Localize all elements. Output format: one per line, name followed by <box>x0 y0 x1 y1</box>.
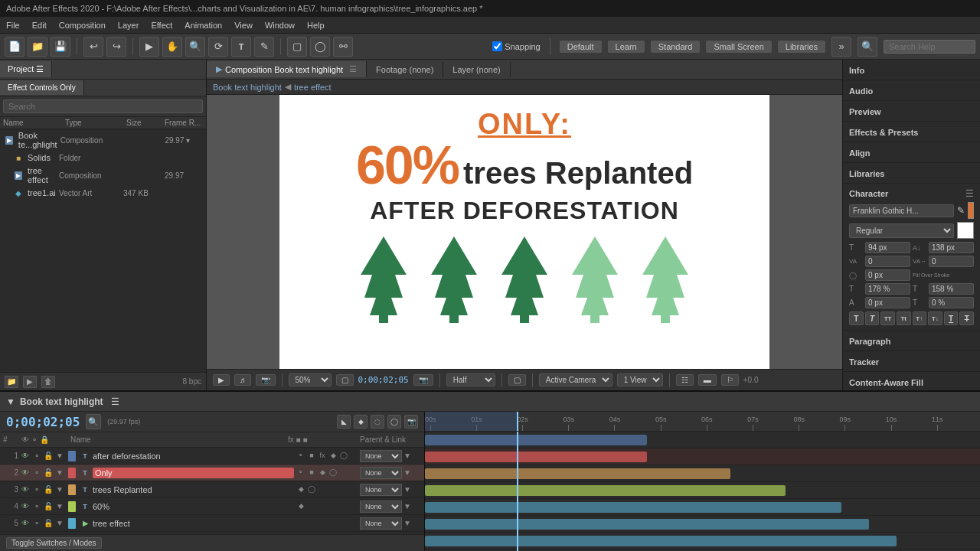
timeline-timecode[interactable]: 0;00;02;05 <box>6 415 80 429</box>
layer-lock-2[interactable]: 🔓 <box>44 468 53 477</box>
comp-tab-close[interactable]: ☰ <box>349 64 357 74</box>
audio-title[interactable]: Audio <box>849 83 974 97</box>
layer-collapse-2[interactable]: ▼ <box>55 468 64 477</box>
layer-solo-3[interactable]: ⚬ <box>32 485 41 494</box>
layer-collapse-4[interactable]: ▼ <box>55 502 64 510</box>
layer-collapse-3[interactable]: ▼ <box>55 485 64 494</box>
toolbar-select[interactable]: ▶ <box>139 37 159 57</box>
sw-fx-1[interactable]: fx <box>318 452 327 461</box>
timeline-menu-icon[interactable]: ☰ <box>111 396 119 407</box>
align-title[interactable]: Align <box>849 145 974 159</box>
layer-vis-1[interactable]: 👁 <box>21 452 30 460</box>
fmt-allcaps[interactable]: TT <box>880 311 895 325</box>
vc-zoom-select[interactable]: 50% 100% 25% <box>289 373 332 386</box>
vc-quality-select[interactable]: Half Full Quarter <box>446 373 495 386</box>
workspace-standard[interactable]: Standard <box>651 41 701 53</box>
layer-lock-5[interactable]: 🔓 <box>44 519 53 527</box>
snapping-checkbox[interactable] <box>492 41 502 51</box>
project-item-1[interactable]: ■ Solids Folder <box>0 151 206 165</box>
fmt-super[interactable]: T↑ <box>913 311 927 325</box>
menu-edit[interactable]: Edit <box>32 21 47 30</box>
workspace-default[interactable]: Default <box>560 41 602 53</box>
vc-camera-select[interactable]: Active Camera <box>539 373 612 386</box>
tab-effect-controls[interactable]: Effect Controls Only <box>0 80 84 95</box>
toolbar-redo[interactable]: ↪ <box>106 37 126 57</box>
sw-solo-1[interactable]: ■ <box>307 452 316 461</box>
char-scalev-val[interactable]: 158 % <box>929 283 974 295</box>
char-tsume-val[interactable]: 0 % <box>929 297 974 308</box>
new-comp-btn[interactable]: ▶ <box>23 376 37 388</box>
char-scaleh-val[interactable]: 178 % <box>865 283 910 295</box>
paragraph-title[interactable]: Paragraph <box>849 334 974 347</box>
layer-3[interactable]: 3 👁 ⚬ 🔓 ▼ T trees Replanted ◆ ◯ <box>0 481 424 498</box>
layer-vis-2[interactable]: 👁 <box>21 468 30 477</box>
toolbar-more[interactable]: » <box>831 37 851 57</box>
layer-vis-5[interactable]: 👁 <box>21 519 30 527</box>
sw-aa-3[interactable]: ◯ <box>307 485 316 494</box>
menu-layer[interactable]: Layer <box>118 21 139 30</box>
char-baseline-val[interactable]: 0 px <box>865 297 910 308</box>
sw-fx-4[interactable]: ◆ <box>296 502 305 511</box>
char-stroke-val[interactable]: 0 px <box>865 269 910 281</box>
breadcrumb-comp[interactable]: Book text highlight <box>213 83 282 92</box>
info-title[interactable]: Info <box>849 63 974 77</box>
menu-window[interactable]: Window <box>265 21 295 30</box>
char-color-swatch[interactable] <box>968 202 974 219</box>
tab-project[interactable]: Project ☰ <box>0 61 52 77</box>
tl-motion[interactable]: ◯ <box>387 415 401 429</box>
comp-tab-book[interactable]: ▶ Composition Book text highlight ☰ <box>207 61 367 77</box>
fmt-sub[interactable]: T↓ <box>928 311 942 325</box>
vc-snapshot-btn[interactable]: 📷 <box>256 374 276 386</box>
char-font-input[interactable] <box>849 204 954 217</box>
vc-audio-btn[interactable]: ♬ <box>234 374 251 386</box>
sw-shy-2[interactable]: ⚬ <box>296 468 305 478</box>
vc-fit-btn[interactable]: ▢ <box>336 374 354 386</box>
layer-collapse-5[interactable]: ▼ <box>55 519 64 527</box>
workspace-smallscreen[interactable]: Small Screen <box>706 41 771 53</box>
fmt-italic[interactable]: T <box>865 311 880 325</box>
layer-vis-3[interactable]: 👁 <box>21 485 30 494</box>
menu-composition[interactable]: Composition <box>59 21 106 30</box>
char-size-val[interactable]: 94 px <box>865 242 910 253</box>
layer-2[interactable]: 2 👁 ⚬ 🔓 ▼ T Only ⚬ ■ ◆ ◯ <box>0 465 424 481</box>
project-item-0[interactable]: ▶ Book te...ghlight Composition 29.97 ▾ <box>0 129 206 151</box>
layer-solo-5[interactable]: ⚬ <box>32 519 41 527</box>
char-kerning-val[interactable]: 0 <box>865 256 910 267</box>
parent-select-5[interactable]: None <box>360 517 402 530</box>
vc-grid-btn[interactable]: ☷ <box>676 374 694 386</box>
vc-guides-btn[interactable]: ⚐ <box>721 374 739 386</box>
search-input[interactable] <box>884 40 975 54</box>
layer-tab[interactable]: Layer (none) <box>443 62 510 77</box>
toolbar-rotate[interactable]: ⟳ <box>208 37 228 57</box>
vc-cam-btn[interactable]: 📷 <box>413 374 433 386</box>
tl-add-marker[interactable]: ◣ <box>337 415 351 429</box>
parent-select-2[interactable]: None <box>360 467 402 479</box>
sw-solo-2[interactable]: ■ <box>307 468 316 478</box>
layer-solo-2[interactable]: ⚬ <box>32 468 41 477</box>
vc-region-btn[interactable]: ▢ <box>508 374 526 386</box>
parent-select-4[interactable]: None <box>360 500 402 513</box>
sw-aa-2[interactable]: ◯ <box>328 468 338 478</box>
toolbar-pen[interactable]: ✎ <box>254 37 274 57</box>
menu-effect[interactable]: Effect <box>151 21 172 30</box>
sw-motion-1[interactable]: ◆ <box>328 452 338 461</box>
content-aware-title[interactable]: Content-Aware Fill <box>849 375 974 389</box>
libraries-title[interactable]: Libraries <box>849 166 974 180</box>
vc-rulers-btn[interactable]: ▬ <box>698 374 717 386</box>
effects-presets-title[interactable]: Effects & Presets <box>849 125 974 139</box>
tl-keyframe[interactable]: ◆ <box>354 415 368 429</box>
new-folder-btn[interactable]: 📁 <box>5 376 18 388</box>
toolbar-puppet[interactable]: ⚯ <box>333 37 353 57</box>
toolbar-new[interactable]: 📄 <box>5 37 24 57</box>
sw-fx-3[interactable]: ◆ <box>296 485 305 494</box>
tl-graph[interactable]: ◌ <box>371 415 384 429</box>
toolbar-undo[interactable]: ↩ <box>83 37 103 57</box>
fmt-underline[interactable]: T <box>944 311 959 325</box>
timeline-expand-icon[interactable]: ▼ <box>6 396 15 407</box>
project-item-3[interactable]: ◆ tree1.ai Vector Art 347 KB <box>0 186 206 200</box>
layer-solo-4[interactable]: ⚬ <box>32 502 41 510</box>
timeline-ruler[interactable]: 00s 01s 02s 03s <box>425 412 980 432</box>
menu-file[interactable]: File <box>6 21 20 30</box>
timeline-playhead[interactable] <box>517 432 518 551</box>
workspace-learn[interactable]: Learn <box>608 41 645 53</box>
